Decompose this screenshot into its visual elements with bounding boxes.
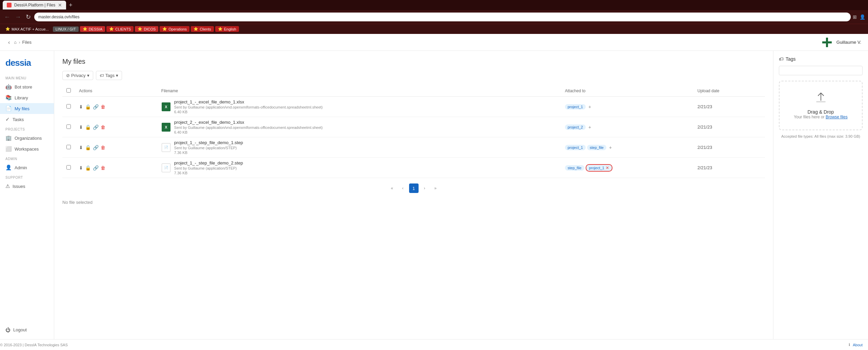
about-link[interactable]: About <box>853 343 863 347</box>
tag-project1-3[interactable]: project_1 <box>565 145 586 150</box>
bookmark-dicos[interactable]: ⭐ DICOS <box>135 26 158 32</box>
sidebar-item-logout-label: Logout <box>13 327 27 332</box>
tags-filter-button[interactable]: 🏷 Tags ▾ <box>96 71 122 80</box>
link-icon[interactable]: 🔗 <box>93 145 99 150</box>
delete-icon[interactable]: 🗑 <box>101 145 105 150</box>
page-1-button[interactable]: 1 <box>409 183 419 193</box>
right-panel-title: 🏷 Tags <box>779 56 863 62</box>
sidebar-item-workspaces[interactable]: ⬜ Workspaces <box>0 143 54 154</box>
sidebar-item-tasks[interactable]: ✓ Tasks <box>0 114 54 125</box>
prev-page-button[interactable]: ‹ <box>398 183 408 193</box>
download-icon[interactable]: ⬇ <box>79 165 83 171</box>
bookmarks-bar: ⭐ MAX ACTIF + Accue... LINUX / GIT ⭐ DES… <box>0 24 868 34</box>
extensions-icon[interactable]: ⊞ <box>853 14 857 20</box>
lock-icon[interactable]: 🔒 <box>85 124 91 130</box>
sidebar-item-my-files[interactable]: 📄 My files <box>0 103 54 114</box>
breadcrumb-home-icon[interactable]: ⌂ <box>14 40 17 45</box>
sidebar-item-organizations[interactable]: 🏢 Organizations <box>0 133 54 143</box>
upload-date-4: 2/21/23 <box>698 165 712 170</box>
tab-favicon <box>7 3 12 7</box>
filename-2: project_2_-_excel_file_demo_1.xlsx <box>174 120 323 125</box>
tags-search-input[interactable] <box>779 66 863 75</box>
privacy-chevron-icon: ▾ <box>87 73 89 78</box>
bookmark-operations[interactable]: ⭐ Operations <box>160 26 189 32</box>
tag-step-4[interactable]: step_file <box>565 165 584 171</box>
row-checkbox-3[interactable] <box>66 145 71 149</box>
link-icon[interactable]: 🔗 <box>93 165 99 171</box>
back-button[interactable]: ← <box>3 13 12 21</box>
first-page-button[interactable]: « <box>387 183 397 193</box>
row-actions-4: ⬇ 🔒 🔗 🗑 <box>79 165 153 171</box>
address-bar[interactable]: master.dessia.ovh/files <box>34 13 851 21</box>
top-bar-right: Guillaume V. <box>822 37 861 48</box>
upload-date-2: 2/21/23 <box>698 124 712 130</box>
upload-icon <box>815 92 827 106</box>
drag-drop-area[interactable]: Drag & Drop Your files here or Browse fi… <box>779 81 863 130</box>
active-tab[interactable]: DessIA Platform | Files ✕ <box>3 1 66 9</box>
privacy-filter-button[interactable]: ⊘ Privacy ▾ <box>62 71 93 80</box>
table-header: Actions Filename Attached to Upload date <box>62 85 765 97</box>
table-row: ⬇ 🔒 🔗 🗑 X <box>62 97 765 117</box>
bookmark-english[interactable]: ⭐ English <box>215 26 239 32</box>
link-icon[interactable]: 🔗 <box>93 124 99 130</box>
tag-add-3[interactable]: + <box>609 145 612 150</box>
sidebar-section-support: Support <box>0 173 54 181</box>
dessia-logo-icon <box>822 37 832 48</box>
sidebar-toggle-button[interactable]: ‹ <box>7 39 11 46</box>
next-page-button[interactable]: › <box>420 183 429 193</box>
browse-files-link[interactable]: Browse files <box>826 115 848 119</box>
row-actions-3: ⬇ 🔒 🔗 🗑 <box>79 145 153 150</box>
admin-icon: 👤 <box>5 164 12 171</box>
select-all-checkbox[interactable] <box>66 88 71 93</box>
lock-icon[interactable]: 🔒 <box>85 145 91 150</box>
link-icon[interactable]: 🔗 <box>93 104 99 110</box>
download-icon[interactable]: ⬇ <box>79 104 83 110</box>
forward-button[interactable]: → <box>14 13 22 21</box>
tag-add-2[interactable]: + <box>588 124 591 130</box>
row-checkbox-1[interactable] <box>66 104 71 109</box>
tag-project1-4-highlighted[interactable]: project_1 ✕ <box>586 164 612 172</box>
bookmark-clients[interactable]: ⭐ CLIENTS <box>106 26 134 32</box>
lock-icon[interactable]: 🔒 <box>85 165 91 171</box>
new-tab-button[interactable]: + <box>66 2 75 9</box>
upload-date-3: 2/21/23 <box>698 145 712 150</box>
sidebar-item-logout[interactable]: ⏻ Logout <box>0 325 54 335</box>
tab-close-button[interactable]: ✕ <box>58 2 62 8</box>
tag-project1-1[interactable]: project_1 <box>565 104 586 110</box>
bookmark-max-actif[interactable]: ⭐ MAX ACTIF + Accue... <box>3 26 52 32</box>
sidebar-item-workspaces-label: Workspaces <box>15 147 39 152</box>
row-checkbox-4[interactable] <box>66 165 71 170</box>
filename-3: project_1_-_step_file_demo_1.step <box>174 140 243 145</box>
lock-icon[interactable]: 🔒 <box>85 104 91 110</box>
sidebar-item-library[interactable]: 📚 Library <box>0 92 54 103</box>
file-icon-2: X <box>161 122 171 132</box>
profile-icon[interactable]: 👤 <box>860 14 865 20</box>
tag-add-1[interactable]: + <box>588 104 591 110</box>
delete-icon[interactable]: 🗑 <box>101 104 105 110</box>
last-page-button[interactable]: » <box>431 183 440 193</box>
bot-store-icon: 🤖 <box>5 84 12 90</box>
file-meta-2: Sent by Guillaume (application/vnd.openx… <box>174 125 323 130</box>
delete-icon[interactable]: 🗑 <box>101 165 105 171</box>
top-bar: ‹ ⌂ › Files Guillaume V. <box>0 34 868 51</box>
reload-button[interactable]: ↻ <box>24 13 32 21</box>
tag-project2-2[interactable]: project_2 <box>565 124 586 130</box>
delete-icon[interactable]: 🗑 <box>101 124 105 130</box>
download-icon[interactable]: ⬇ <box>79 145 83 150</box>
file-table: Actions Filename Attached to Upload date… <box>62 85 765 178</box>
sidebar-item-admin[interactable]: 👤 Admin <box>0 162 54 173</box>
info-icon: ℹ <box>849 343 850 347</box>
row-checkbox-2[interactable] <box>66 124 71 129</box>
sidebar-item-issues[interactable]: ⚠ Issues <box>0 181 54 192</box>
sidebar-item-library-label: Library <box>15 95 28 100</box>
tag-step-3[interactable]: step_file <box>587 145 606 150</box>
filter-tags-icon: 🏷 <box>100 73 104 78</box>
pagination: « ‹ 1 › » <box>62 183 765 193</box>
bookmark-dessia[interactable]: ⭐ DESSIA <box>80 26 105 32</box>
sidebar-section-admin: Admin <box>0 154 54 162</box>
bookmark-clients2[interactable]: ⭐ Clients <box>191 26 214 32</box>
tag-close-icon[interactable]: ✕ <box>606 166 609 170</box>
sidebar-item-bot-store[interactable]: 🤖 Bot store <box>0 81 54 92</box>
bookmark-linux-git[interactable]: LINUX / GIT <box>53 26 79 32</box>
download-icon[interactable]: ⬇ <box>79 124 83 130</box>
